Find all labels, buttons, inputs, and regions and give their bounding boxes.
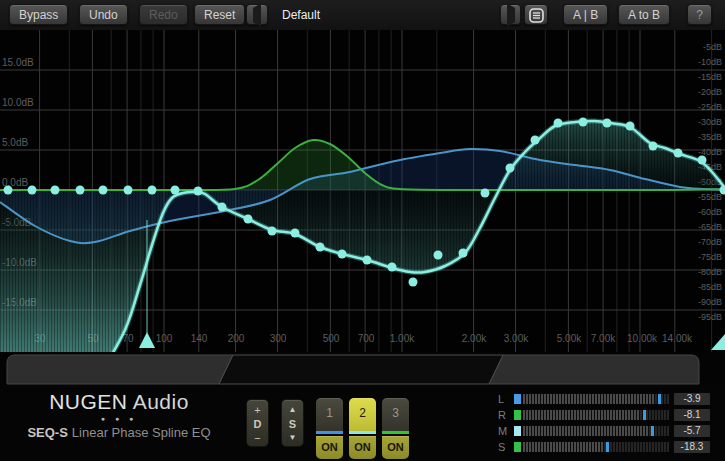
spline-node[interactable]	[218, 203, 227, 212]
spline-node[interactable]	[531, 136, 540, 145]
arrow-right-icon	[507, 3, 515, 27]
spline-node[interactable]	[434, 251, 443, 260]
svg-text:100: 100	[156, 333, 173, 344]
spline-node[interactable]	[674, 149, 683, 158]
svg-text:-5dB: -5dB	[703, 42, 722, 52]
svg-text:300: 300	[270, 333, 287, 344]
spline-node[interactable]	[698, 156, 707, 165]
band-color-stripe	[349, 431, 376, 434]
meter-value: -8.1	[674, 409, 710, 421]
svg-text:-80dB: -80dB	[698, 267, 722, 277]
meter-bar	[523, 394, 669, 404]
duplicate-label: D	[247, 417, 268, 431]
spline-node[interactable]	[603, 119, 612, 128]
spline-node[interactable]	[148, 186, 157, 195]
spline-node[interactable]	[649, 142, 658, 151]
ab-compare-button[interactable]: A | B	[563, 4, 608, 25]
meter-channel-swatch	[514, 442, 521, 452]
spline-node[interactable]	[194, 187, 203, 196]
svg-text:3.00k: 3.00k	[504, 333, 529, 344]
spline-node[interactable]	[244, 215, 253, 224]
meter-bar	[523, 442, 669, 452]
spline-node[interactable]	[124, 186, 133, 195]
svg-text:700: 700	[358, 333, 375, 344]
top-toolbar: Bypass Undo Redo Reset Default A | B A t…	[0, 0, 725, 31]
arrow-up-icon: ▲	[282, 403, 303, 417]
meter-channel-label: R	[498, 409, 510, 421]
spline-node[interactable]	[338, 250, 347, 259]
spline-node[interactable]	[363, 256, 372, 265]
bottom-panel: NUGEN Audio ● ● ● SEQ-SLinear Phase Spli…	[0, 385, 725, 461]
reset-button[interactable]: Reset	[194, 4, 245, 25]
band-color-stripe	[382, 431, 409, 434]
meter-value: -3.9	[674, 393, 710, 405]
seq-s-plugin-window: Bypass Undo Redo Reset Default A | B A t…	[0, 0, 725, 461]
eq-graph-canvas: 15.0dB10.0dB5.0dB0.0dB-5.0dB-10.0dB-15.0…	[0, 30, 725, 352]
spline-node[interactable]	[459, 249, 468, 258]
band-on-toggle[interactable]: ON	[349, 436, 376, 459]
band-button-1[interactable]: 1 ON	[316, 398, 343, 459]
a-to-b-button[interactable]: A to B	[618, 4, 670, 25]
band-on-toggle[interactable]: ON	[316, 436, 343, 459]
band-button-2[interactable]: 2 ON	[349, 398, 376, 459]
brand-block: NUGEN Audio ● ● ● SEQ-SLinear Phase Spli…	[0, 390, 238, 440]
middle-bar: Zone Exclude Advanced B03: 43 Hz, 0.00dB…	[0, 352, 725, 385]
band-number[interactable]: 2	[349, 398, 376, 431]
help-button[interactable]: ?	[687, 4, 712, 25]
meter-channel-label: L	[498, 393, 510, 405]
right-marker-triangle[interactable]	[711, 334, 725, 350]
eq-graph-area[interactable]: 15.0dB10.0dB5.0dB0.0dB-5.0dB-10.0dB-15.0…	[0, 30, 725, 352]
spline-node[interactable]	[626, 122, 635, 131]
meter-value: -5.7	[674, 425, 710, 437]
company-name-main: NUGEN	[49, 390, 127, 413]
svg-text:-75dB: -75dB	[698, 252, 722, 262]
redo-button[interactable]: Redo	[139, 4, 188, 25]
band-number[interactable]: 3	[382, 398, 409, 431]
preset-next-button[interactable]	[500, 4, 521, 25]
svg-text:5.00k: 5.00k	[557, 333, 582, 344]
svg-text:5.0dB: 5.0dB	[2, 137, 28, 148]
meter-channel-swatch	[514, 394, 521, 404]
spline-node[interactable]	[579, 118, 588, 127]
band-button-3[interactable]: 3 ON	[382, 398, 409, 459]
meter-peak-marker	[643, 410, 646, 420]
spline-node[interactable]	[171, 186, 180, 195]
spline-node[interactable]	[388, 263, 397, 272]
bypass-button[interactable]: Bypass	[9, 4, 68, 25]
duplicate-node-button[interactable]: + D −	[246, 399, 269, 447]
meter-channel-label: M	[498, 425, 510, 437]
company-logo: NUGEN Audio	[0, 390, 238, 414]
spline-node[interactable]	[316, 243, 325, 252]
preset-name[interactable]: Default	[282, 8, 320, 22]
band-on-toggle[interactable]: ON	[382, 436, 409, 459]
svg-text:-65dB: -65dB	[698, 222, 722, 232]
band-number[interactable]: 1	[316, 398, 343, 431]
svg-text:15.0dB: 15.0dB	[2, 57, 34, 68]
spline-node[interactable]	[554, 119, 563, 128]
spline-node[interactable]	[481, 189, 490, 198]
spline-node[interactable]	[409, 278, 418, 287]
product-name: SEQ-S	[27, 425, 67, 440]
band-color-stripe	[316, 431, 343, 434]
spline-node[interactable]	[99, 186, 108, 195]
svg-text:10.00k: 10.00k	[627, 333, 658, 344]
svg-text:7.00k: 7.00k	[591, 333, 616, 344]
meter-bar	[523, 426, 669, 436]
svg-text:1.00k: 1.00k	[390, 333, 415, 344]
spline-node[interactable]	[51, 186, 60, 195]
meter-peak-marker	[606, 442, 609, 452]
spline-node[interactable]	[28, 186, 37, 195]
preset-menu-button[interactable]	[524, 4, 548, 25]
spline-node[interactable]	[4, 186, 13, 195]
preset-previous-button[interactable]	[246, 4, 268, 25]
meter-peak-marker	[658, 394, 661, 404]
spline-node[interactable]	[291, 229, 300, 238]
solo-button[interactable]: ▲ S ▼	[281, 399, 304, 447]
company-name-sub: Audio	[133, 390, 189, 413]
spline-node[interactable]	[76, 186, 85, 195]
undo-button[interactable]: Undo	[79, 4, 128, 25]
spline-node[interactable]	[268, 227, 277, 236]
product-title: SEQ-SLinear Phase Spline EQ	[0, 425, 238, 440]
svg-text:500: 500	[323, 333, 340, 344]
spline-node[interactable]	[506, 164, 515, 173]
